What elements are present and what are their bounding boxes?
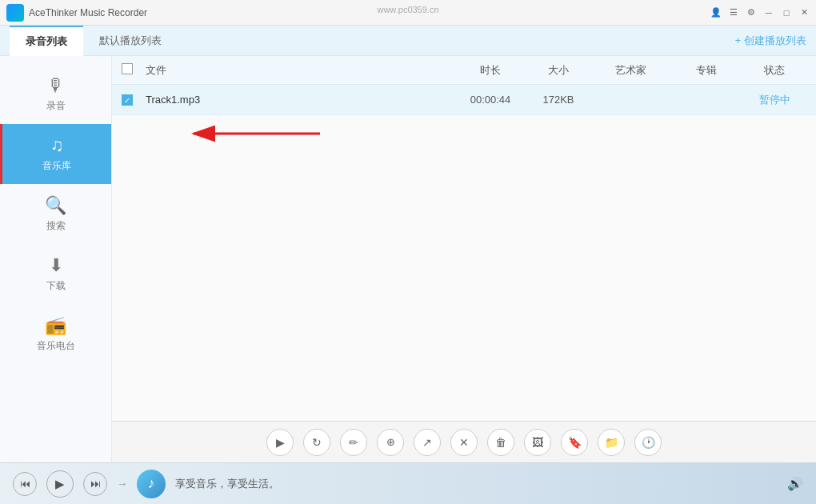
folder-tool-button[interactable]: 📁 [598,429,625,456]
player-arrow-icon: → [117,478,127,490]
image-tool-button[interactable]: 🖼 [524,429,551,456]
player-music-icon: ♪ [137,470,166,498]
row-checkbox[interactable] [122,94,146,106]
edit-tool-button[interactable]: ✏ [340,429,367,456]
list-icon[interactable]: ☰ [728,7,739,18]
app-title: AceThinker Music Recorder [29,7,710,18]
header-duration: 时长 [454,63,526,78]
sidebar-item-label: 音乐库 [42,159,71,173]
header-checkbox[interactable] [122,63,146,77]
maximize-button[interactable]: □ [781,7,792,18]
toolbar-row: ▶ ↻ ✏ ⊕ ↗ ✕ 🗑 🖼 🔖 📁 🕐 [112,421,816,462]
microphone-icon: 🎙 [47,75,65,96]
radio-icon: 📻 [45,315,66,336]
table-area: 文件 时长 大小 艺术家 专辑 状态 Track1.mp3 00:00:44 1… [112,56,816,462]
bottom-player: ⏮ ▶ ⏭ → ♪ 享受音乐，享受生活。 🔊 [0,462,816,504]
sidebar-item-label: 音乐电台 [37,339,75,353]
tab-recording-list[interactable]: 录音列表 [10,26,83,56]
title-bar: AceThinker Music Recorder 👤 ☰ ⚙ ─ □ ✕ [0,0,816,26]
search-tool-button[interactable]: ⊕ [377,429,404,456]
search-icon: 🔍 [45,195,66,216]
close-button[interactable]: ✕ [798,7,810,18]
sidebar-item-label: 下载 [46,279,66,293]
clock-tool-button[interactable]: 🕐 [634,429,662,456]
top-nav: 录音列表 默认播放列表 + 创建播放列表 [0,26,816,56]
repeat-tool-button[interactable]: ↻ [303,429,330,456]
next-button[interactable]: ⏭ [83,472,107,496]
table-row[interactable]: Track1.mp3 00:00:44 172KB 暂停中 [112,85,816,115]
table-header: 文件 时长 大小 艺术家 专辑 状态 [112,56,816,85]
music-library-icon: ♫ [50,135,64,156]
main-layout: 录音列表 默认播放列表 + 创建播放列表 🎙 录音 ♫ 音乐库 🔍 搜索 [0,26,816,504]
header-size: 大小 [526,63,590,78]
play-tool-button[interactable]: ▶ [266,429,294,456]
sidebar-item-radio[interactable]: 📻 音乐电台 [0,304,111,364]
row-duration: 00:00:44 [454,94,526,106]
row-checkbox-input[interactable] [122,94,133,106]
user-icon[interactable]: 👤 [710,7,722,18]
tab-default-playlist[interactable]: 默认播放列表 [83,26,178,56]
sidebar-item-search[interactable]: 🔍 搜索 [0,184,111,244]
header-album: 专辑 [670,63,742,78]
header-status: 状态 [742,63,806,78]
header-artist: 艺术家 [590,63,670,78]
row-file: Track1.mp3 [146,94,454,106]
volume-icon[interactable]: 🔊 [787,476,803,491]
sidebar-item-music-library[interactable]: ♫ 音乐库 [0,124,111,184]
export-tool-button[interactable]: ↗ [414,429,441,456]
sidebar-item-label: 搜索 [46,219,66,233]
select-all-checkbox[interactable] [122,63,133,74]
download-icon: ⬇ [49,255,63,276]
create-playlist-button[interactable]: + 创建播放列表 [735,34,806,48]
prev-button[interactable]: ⏮ [13,472,37,496]
sidebar-item-label: 录音 [46,99,66,113]
cancel-tool-button[interactable]: ✕ [450,429,478,456]
content-area: 🎙 录音 ♫ 音乐库 🔍 搜索 ⬇ 下载 📻 音乐电台 [0,56,816,462]
sidebar-item-download[interactable]: ⬇ 下载 [0,244,111,304]
gear-icon[interactable]: ⚙ [746,7,757,18]
row-size: 172KB [526,94,590,106]
sidebar: 🎙 录音 ♫ 音乐库 🔍 搜索 ⬇ 下载 📻 音乐电台 [0,56,112,462]
header-file: 文件 [146,63,454,78]
delete-tool-button[interactable]: 🗑 [487,429,514,456]
minimize-button[interactable]: ─ [763,7,774,18]
play-pause-button[interactable]: ▶ [46,470,74,498]
player-slogan: 享受音乐，享受生活。 [175,477,778,491]
row-status: 暂停中 [742,93,806,107]
sidebar-item-recording[interactable]: 🎙 录音 [0,64,111,124]
app-logo [6,4,24,22]
tag-tool-button[interactable]: 🔖 [561,429,588,456]
window-controls: 👤 ☰ ⚙ ─ □ ✕ [710,7,810,18]
